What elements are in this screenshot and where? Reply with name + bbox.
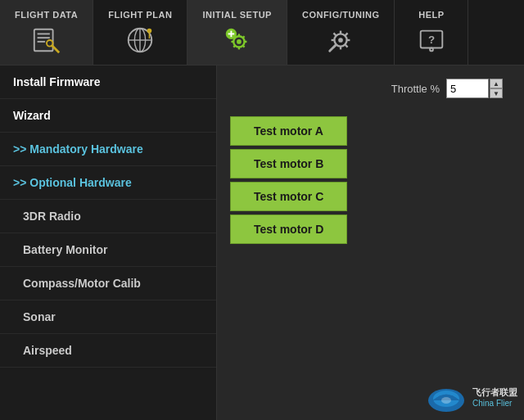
test-motor-d-button[interactable]: Test motor D [230,215,347,244]
watermark-text: 飞行者联盟 China Flier [472,387,517,408]
svg-line-31 [334,33,337,35]
sidebar-item-mandatory-hardware[interactable]: >> Mandatory Hardware [0,133,216,166]
svg-point-37 [430,47,433,51]
throttle-row: Throttle % ▲ ▼ [391,79,503,98]
test-motor-b-button[interactable]: Test motor B [230,149,347,178]
sidebar-item-airspeed[interactable]: Airspeed [0,334,216,368]
svg-line-33 [346,33,348,35]
svg-line-20 [242,36,244,38]
nav-flight-plan[interactable]: FLIGHT PLAN [93,0,187,65]
sidebar-item-install-firmware[interactable]: Install Firmware [0,65,216,99]
sidebar-item-compass-motor[interactable]: Compass/Motor Calib [0,267,216,300]
throttle-input[interactable] [446,79,489,98]
watermark-logo-svg [425,382,468,413]
throttle-spinner: ▲ ▼ [490,79,503,98]
svg-point-13 [237,39,242,44]
sidebar-item-wizard[interactable]: Wizard [0,99,216,133]
svg-point-5 [47,40,53,47]
test-motor-a-button[interactable]: Test motor A [230,116,347,146]
throttle-up-button[interactable]: ▲ [490,79,503,88]
sidebar-item-optional-hardware[interactable]: >> Optional Hardware [0,166,216,200]
svg-text:?: ? [428,33,435,45]
nav-flight-data[interactable]: FLIGHT DATA [0,0,93,65]
watermark-line1: 飞行者联盟 [472,387,517,398]
svg-point-26 [338,38,343,43]
sidebar-item-3dr-radio[interactable]: 3DR Radio [0,200,216,233]
nav-config-tuning-label: CONFIG/TUNING [302,10,380,20]
svg-line-35 [330,44,337,51]
main-panel: Throttle % ▲ ▼ Test motor A Test motor B… [217,65,524,420]
watermark: 飞行者联盟 China Flier [425,382,517,413]
nav-initial-setup[interactable]: INITIAL SETUP [187,0,287,65]
throttle-label: Throttle % [391,83,440,95]
sidebar: Install Firmware Wizard >> Mandatory Har… [0,65,217,420]
test-motor-c-button[interactable]: Test motor C [230,182,347,211]
svg-line-21 [233,45,235,47]
svg-line-32 [346,44,348,47]
watermark-logo [425,382,468,413]
flight-data-icon [31,25,62,56]
watermark-line2: China Flier [472,399,517,409]
motor-buttons-container: Test motor A Test motor B Test motor C T… [230,116,347,244]
sidebar-item-sonar[interactable]: Sonar [0,300,216,334]
nav-initial-setup-label: INITIAL SETUP [202,10,272,20]
nav-help-label: HELP [418,10,444,20]
help-icon: ? [416,25,447,56]
content-area: Install Firmware Wizard >> Mandatory Har… [0,65,524,420]
nav-flight-data-label: FLIGHT DATA [15,10,78,20]
nav-flight-plan-label: FLIGHT PLAN [108,10,172,20]
svg-point-42 [441,397,451,404]
throttle-down-button[interactable]: ▼ [490,88,503,98]
config-tuning-icon [325,25,356,56]
nav-config-tuning[interactable]: CONFIG/TUNING [287,0,395,65]
sidebar-item-battery-monitor[interactable]: Battery Monitor [0,233,216,267]
initial-setup-icon [222,25,253,56]
nav-help[interactable]: HELP ? [395,0,468,65]
svg-line-19 [242,45,244,47]
flight-plan-icon [124,25,156,56]
top-nav: FLIGHT DATA FLIGHT PLAN INITIAL SETUP [0,0,524,65]
svg-point-10 [147,28,152,33]
